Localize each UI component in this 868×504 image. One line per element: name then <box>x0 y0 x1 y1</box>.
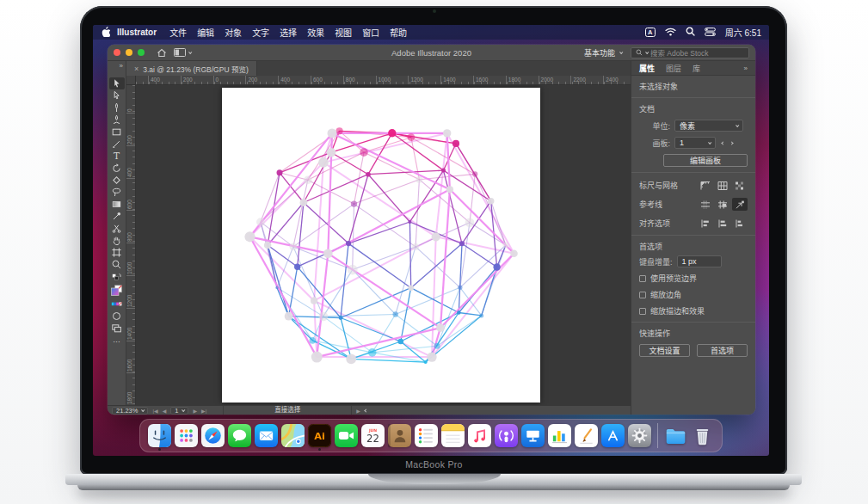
input-source-icon[interactable]: A <box>645 28 656 37</box>
tool-fill-stroke[interactable] <box>109 282 125 298</box>
dock-illustrator[interactable]: Ai <box>306 424 333 447</box>
ruler-origin-corner[interactable] <box>126 76 136 84</box>
menu-item-5[interactable]: 效果 <box>307 26 324 39</box>
unit-select[interactable]: 像素 <box>674 120 743 132</box>
align-glyph-icon[interactable] <box>732 217 748 230</box>
checkbox-1[interactable] <box>639 292 646 298</box>
prev-artboard-icon[interactable] <box>721 141 724 144</box>
document-setup-button[interactable]: 文档设置 <box>639 344 690 357</box>
artboard-select[interactable]: 1 <box>674 137 716 149</box>
menu-item-8[interactable]: 帮助 <box>390 26 407 39</box>
tool-screen-mode[interactable] <box>109 322 125 334</box>
checkbox-2[interactable] <box>639 308 646 315</box>
minimize-window-button[interactable] <box>126 49 132 56</box>
first-artboard-button[interactable]: |◀ <box>152 408 157 414</box>
menu-item-1[interactable]: 编辑 <box>197 26 214 39</box>
adobe-stock-search-input[interactable]: 搜索 Adobe Stock <box>631 47 749 58</box>
menu-item-7[interactable]: 窗口 <box>362 26 379 39</box>
tool-artboard[interactable] <box>109 246 125 258</box>
align-selection-icon[interactable] <box>715 217 730 230</box>
close-window-button[interactable] <box>114 49 120 56</box>
tool-direct-selection[interactable] <box>109 89 125 101</box>
tool-selection[interactable] <box>109 77 125 89</box>
guides-icon[interactable] <box>698 198 713 211</box>
close-tab-icon[interactable]: × <box>134 65 139 73</box>
dock-keynote[interactable] <box>520 424 546 447</box>
panel-collapse-button[interactable]: » <box>744 65 748 72</box>
dock-system-preferences[interactable] <box>626 424 653 447</box>
status-options-arrow-icon[interactable]: ▶ <box>356 408 360 414</box>
dock-app-store[interactable] <box>600 424 626 447</box>
corner-ruler-icon[interactable] <box>698 179 713 192</box>
zoom-level-select[interactable]: 21.23% <box>112 407 148 415</box>
tool-color-bar[interactable] <box>109 298 125 310</box>
dock-maps[interactable] <box>280 424 306 447</box>
dock-safari[interactable] <box>200 424 226 447</box>
menu-app-name[interactable]: Illustrator <box>117 28 157 37</box>
horizontal-ruler[interactable]: 4002000200400600800100012001400160018002… <box>136 76 631 84</box>
tab-properties[interactable]: 属性 <box>639 63 655 74</box>
menu-item-3[interactable]: 文字 <box>252 26 269 39</box>
workspace-switcher[interactable]: 基本功能 <box>584 47 622 58</box>
checkbox-0[interactable] <box>639 275 646 282</box>
edit-artboards-button[interactable]: 编辑画板 <box>663 154 748 167</box>
dock-trash[interactable] <box>689 424 716 447</box>
document-tab[interactable]: × 3.ai @ 21.23% (RGB/GPU 预览) <box>126 61 257 76</box>
tool-eraser[interactable] <box>109 174 125 186</box>
tool-drawing-mode[interactable] <box>109 310 125 322</box>
tool-paintbrush[interactable] <box>109 138 125 150</box>
tool-type[interactable]: T <box>109 150 125 162</box>
dock-notes[interactable] <box>440 424 466 447</box>
tool-scissors[interactable] <box>109 222 125 234</box>
dock-contacts[interactable] <box>386 424 413 447</box>
dock-music[interactable] <box>466 424 493 447</box>
dock-reminders[interactable] <box>413 424 440 447</box>
pixel-grid-icon[interactable] <box>732 179 748 192</box>
smart-guides-icon[interactable] <box>715 198 730 211</box>
tool-default-swatches[interactable] <box>109 270 125 282</box>
dock-pages[interactable] <box>573 424 600 447</box>
artboard[interactable] <box>222 88 540 403</box>
menu-clock[interactable]: 周六 6:51 <box>725 26 761 39</box>
search-icon[interactable] <box>686 27 695 38</box>
last-artboard-button[interactable]: ▶| <box>201 408 206 414</box>
snap-glyph-icon[interactable] <box>732 198 748 211</box>
dock-launchpad[interactable] <box>173 424 200 447</box>
tool-gradient[interactable] <box>109 198 125 210</box>
dock-messages[interactable] <box>226 424 253 447</box>
tool-curvature[interactable] <box>109 114 125 126</box>
menu-item-6[interactable]: 视图 <box>335 26 352 39</box>
next-artboard-icon[interactable] <box>729 141 733 144</box>
home-button[interactable] <box>157 48 167 58</box>
next-artboard-button[interactable]: ▶ <box>193 408 197 414</box>
dock-downloads-folder[interactable] <box>662 424 689 447</box>
dock-mail[interactable] <box>253 424 280 447</box>
tool-rotate[interactable] <box>109 162 125 174</box>
wifi-icon[interactable] <box>665 28 676 38</box>
vertical-ruler[interactable]: 020040060080010001200140016001800 <box>126 85 136 405</box>
dock-podcasts[interactable] <box>493 424 520 447</box>
pasteboard[interactable] <box>136 85 631 405</box>
preferences-button[interactable]: 首选项 <box>697 344 748 357</box>
toolbar-collapse-button[interactable]: » <box>108 61 126 76</box>
menu-item-0[interactable]: 文件 <box>169 26 187 39</box>
wireframe-sphere-artwork[interactable] <box>222 88 540 403</box>
tool-lasso[interactable] <box>109 186 125 198</box>
prev-artboard-button[interactable]: ◀ <box>163 408 167 414</box>
tab-libraries[interactable]: 库 <box>693 63 700 74</box>
artboard-navigation-select[interactable]: 1 <box>170 407 188 415</box>
align-artboard-icon[interactable] <box>698 217 713 230</box>
tab-layers[interactable]: 图层 <box>666 63 681 74</box>
grid-icon[interactable] <box>715 179 730 192</box>
dock-finder[interactable] <box>146 424 173 447</box>
tool-eyedropper[interactable] <box>109 210 125 222</box>
tool-zoom[interactable] <box>109 258 125 270</box>
zoom-window-button[interactable] <box>138 49 145 56</box>
menu-item-4[interactable]: 选择 <box>280 26 297 39</box>
dock-calendar[interactable]: JUN22 <box>360 424 386 447</box>
tool-more[interactable]: … <box>109 334 125 346</box>
tool-hand[interactable] <box>109 234 125 246</box>
keyboard-increment-input[interactable]: 1 px <box>677 255 722 267</box>
tool-pen[interactable] <box>109 101 125 114</box>
apple-menu-icon[interactable] <box>101 26 110 39</box>
